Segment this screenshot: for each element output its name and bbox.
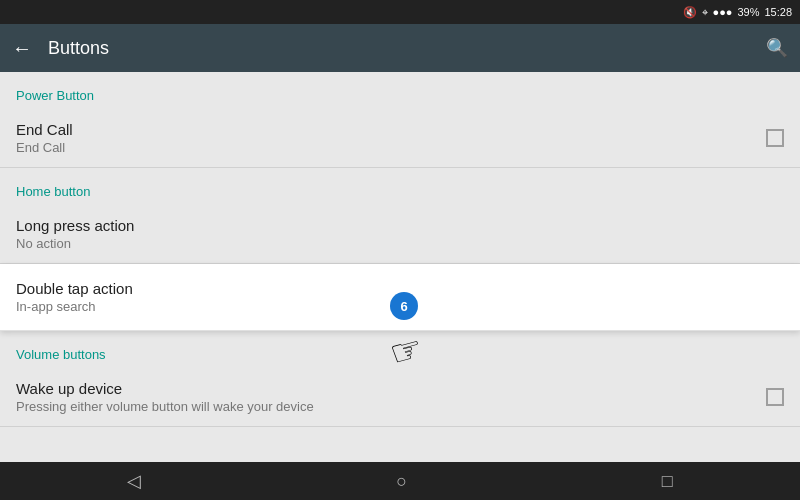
- home-nav-button[interactable]: ○: [396, 471, 407, 492]
- wake-up-checkbox[interactable]: [766, 388, 784, 406]
- section-header-power: Power Button: [0, 72, 800, 109]
- recents-nav-button[interactable]: □: [662, 471, 673, 492]
- wake-up-title: Wake up device: [16, 380, 314, 397]
- long-press-subtitle: No action: [16, 236, 134, 251]
- back-button[interactable]: ←: [12, 37, 32, 60]
- end-call-subtitle: End Call: [16, 140, 73, 155]
- double-tap-title: Double tap action: [16, 280, 133, 297]
- long-press-text: Long press action No action: [16, 217, 134, 251]
- bottom-nav: ◁ ○ □: [0, 462, 800, 500]
- page-title: Buttons: [48, 38, 750, 59]
- end-call-row[interactable]: End Call End Call: [0, 109, 800, 168]
- double-tap-text: Double tap action In-app search: [16, 280, 133, 314]
- vibrate-icon: 🔇: [683, 6, 697, 19]
- top-bar: ← Buttons 🔍: [0, 24, 800, 72]
- signal-icon: ●●●: [713, 6, 733, 18]
- back-nav-button[interactable]: ◁: [127, 470, 141, 492]
- section-header-volume: Volume buttons: [0, 331, 800, 368]
- wake-up-text: Wake up device Pressing either volume bu…: [16, 380, 314, 414]
- status-icons: 🔇 ⌖ ●●● 39% 15:28: [683, 6, 793, 19]
- section-header-home: Home button: [0, 168, 800, 205]
- ripple-badge: 6: [390, 292, 418, 320]
- search-icon[interactable]: 🔍: [766, 37, 788, 59]
- battery-text: 39%: [737, 6, 759, 18]
- end-call-title: End Call: [16, 121, 73, 138]
- wake-up-subtitle: Pressing either volume button will wake …: [16, 399, 314, 414]
- status-bar: 🔇 ⌖ ●●● 39% 15:28: [0, 0, 800, 24]
- end-call-text: End Call End Call: [16, 121, 73, 155]
- end-call-checkbox[interactable]: [766, 129, 784, 147]
- double-tap-subtitle: In-app search: [16, 299, 133, 314]
- long-press-row[interactable]: Long press action No action: [0, 205, 800, 264]
- content-area: Power Button End Call End Call Home butt…: [0, 72, 800, 462]
- wake-up-row[interactable]: Wake up device Pressing either volume bu…: [0, 368, 800, 427]
- wifi-icon: ⌖: [702, 6, 708, 19]
- time-text: 15:28: [764, 6, 792, 18]
- long-press-title: Long press action: [16, 217, 134, 234]
